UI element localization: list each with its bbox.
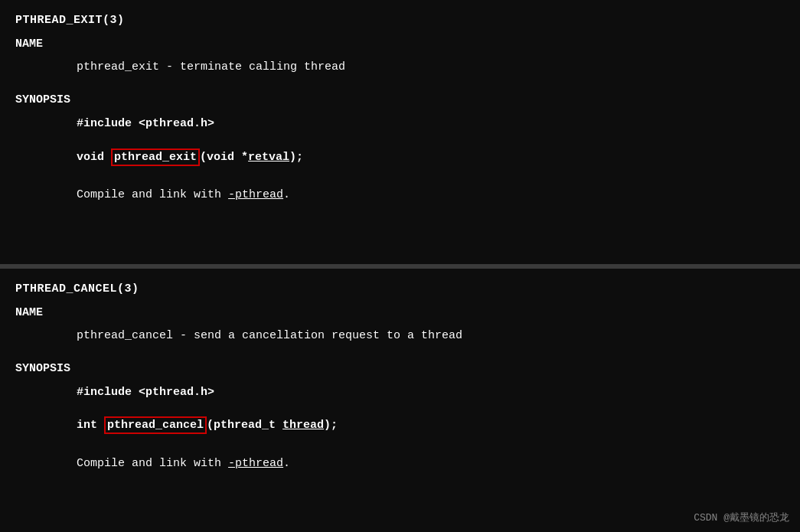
compile-line-2: Compile and link with -pthread.: [15, 457, 785, 470]
pthread-cancel-section: PTHREAD_CANCEL(3) NAME pthread_cancel - …: [0, 269, 800, 533]
compile-line-1: Compile and link with -pthread.: [15, 188, 785, 201]
compile-suffix-2: .: [283, 457, 290, 470]
compile-prefix-1: Compile and link with: [77, 188, 228, 201]
retval-param: retval: [248, 151, 289, 164]
func-name-1: pthread_exit: [111, 149, 200, 166]
pthread-cancel-title: PTHREAD_CANCEL(3): [15, 282, 785, 295]
func-signature-1: void pthread_exit(void *retval);: [15, 148, 785, 168]
include-block-1: #include <pthread.h>: [15, 114, 785, 134]
func-int: int: [77, 419, 104, 432]
synopsis-label-1: SYNOPSIS: [15, 93, 785, 106]
func-signature-2: int pthread_cancel(pthread_t thread);: [15, 416, 785, 436]
func-params-1: (void *retval);: [200, 151, 303, 164]
func-params-2: (pthread_t thread);: [207, 419, 338, 432]
pthread-exit-section: PTHREAD_EXIT(3) NAME pthread_exit - term…: [0, 0, 800, 269]
func-void: void: [77, 151, 111, 164]
name-label-1: NAME: [15, 38, 785, 51]
thread-param: thread: [282, 419, 324, 432]
compile-suffix-1: .: [283, 188, 290, 201]
include-line-2: #include <pthread.h>: [77, 386, 214, 399]
compile-flag-2: -pthread: [228, 457, 283, 470]
compile-prefix-2: Compile and link with: [77, 457, 228, 470]
func-name-2: pthread_cancel: [104, 416, 207, 434]
name-content-1: pthread_exit - terminate calling thread: [15, 58, 785, 77]
name-label-2: NAME: [15, 306, 785, 319]
include-line-1: #include <pthread.h>: [77, 117, 214, 130]
name-content-2: pthread_cancel - send a cancellation req…: [15, 327, 785, 345]
compile-flag-1: -pthread: [228, 188, 283, 201]
include-block-2: #include <pthread.h>: [15, 383, 785, 403]
synopsis-label-2: SYNOPSIS: [15, 362, 785, 375]
pthread-exit-title: PTHREAD_EXIT(3): [15, 14, 785, 27]
watermark: CSDN @戴墨镜的恐龙: [694, 511, 789, 524]
